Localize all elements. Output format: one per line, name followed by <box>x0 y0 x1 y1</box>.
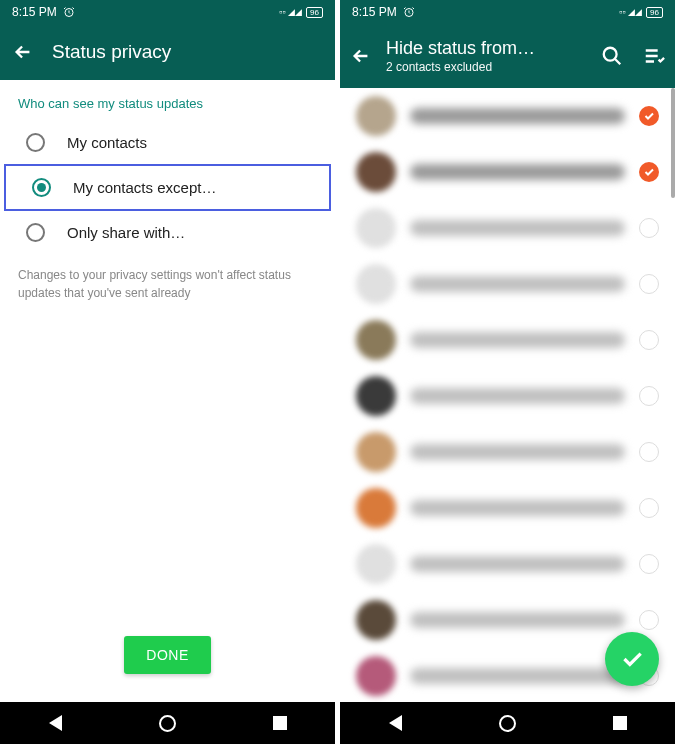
radio-label: My contacts <box>67 134 147 151</box>
checked-icon[interactable] <box>639 106 659 126</box>
unchecked-icon[interactable] <box>639 610 659 630</box>
nav-home-icon[interactable] <box>499 715 516 732</box>
nav-recent-icon[interactable] <box>613 716 627 730</box>
nav-recent-icon[interactable] <box>273 716 287 730</box>
radio-option[interactable]: Only share with… <box>0 211 335 254</box>
search-icon[interactable] <box>601 45 623 67</box>
contact-name <box>410 668 625 684</box>
statusbar-time: 8:15 PM <box>352 5 397 19</box>
radio-option[interactable]: My contacts except… <box>4 164 331 211</box>
scrollbar[interactable] <box>671 88 675 198</box>
unchecked-icon[interactable] <box>639 386 659 406</box>
statusbar: 8:15 PM ▫▫ ◢◢ 96 <box>0 0 335 24</box>
unchecked-icon[interactable] <box>639 442 659 462</box>
avatar <box>356 320 396 360</box>
statusbar-time: 8:15 PM <box>12 5 57 19</box>
contact-row[interactable] <box>340 88 675 144</box>
contact-row[interactable] <box>340 256 675 312</box>
contact-name <box>410 220 625 236</box>
nav-home-icon[interactable] <box>159 715 176 732</box>
contact-list <box>340 88 675 702</box>
section-title: Who can see my status updates <box>0 80 335 121</box>
avatar <box>356 656 396 696</box>
radio-icon <box>32 178 51 197</box>
signal-icon: ▫▫ ◢◢ <box>619 7 642 17</box>
radio-group: My contactsMy contacts except…Only share… <box>0 121 335 254</box>
select-all-icon[interactable] <box>643 45 665 67</box>
back-icon[interactable] <box>350 45 372 67</box>
done-button[interactable]: DONE <box>124 636 210 674</box>
page-title: Hide status from… <box>386 38 587 60</box>
unchecked-icon[interactable] <box>639 218 659 238</box>
radio-icon <box>26 223 45 242</box>
statusbar: 8:15 PM ▫▫ ◢◢ 96 <box>340 0 675 24</box>
battery-icon: 96 <box>646 7 663 18</box>
nav-back-icon[interactable] <box>49 715 62 731</box>
contact-name <box>410 108 625 124</box>
checked-icon[interactable] <box>639 162 659 182</box>
unchecked-icon[interactable] <box>639 498 659 518</box>
contact-name <box>410 332 625 348</box>
avatar <box>356 152 396 192</box>
contact-name <box>410 500 625 516</box>
screen-hide-status: 8:15 PM ▫▫ ◢◢ 96 Hide status from… 2 con… <box>340 0 675 744</box>
radio-label: Only share with… <box>67 224 185 241</box>
avatar <box>356 208 396 248</box>
page-subtitle: 2 contacts excluded <box>386 60 587 74</box>
unchecked-icon[interactable] <box>639 274 659 294</box>
nav-back-icon[interactable] <box>389 715 402 731</box>
unchecked-icon[interactable] <box>639 554 659 574</box>
android-navbar <box>340 702 675 744</box>
page-title: Status privacy <box>52 41 171 63</box>
contact-row[interactable] <box>340 424 675 480</box>
contact-row[interactable] <box>340 480 675 536</box>
contact-name <box>410 556 625 572</box>
header: Status privacy <box>0 24 335 80</box>
contact-row[interactable] <box>340 536 675 592</box>
avatar <box>356 600 396 640</box>
contact-row[interactable] <box>340 144 675 200</box>
android-navbar <box>0 702 335 744</box>
contact-name <box>410 612 625 628</box>
radio-label: My contacts except… <box>73 179 216 196</box>
contact-row[interactable] <box>340 368 675 424</box>
radio-icon <box>26 133 45 152</box>
svg-point-2 <box>604 48 617 61</box>
contact-row[interactable] <box>340 200 675 256</box>
radio-option[interactable]: My contacts <box>0 121 335 164</box>
avatar <box>356 264 396 304</box>
battery-icon: 96 <box>306 7 323 18</box>
avatar <box>356 432 396 472</box>
header: Hide status from… 2 contacts excluded <box>340 24 675 88</box>
contact-row[interactable] <box>340 312 675 368</box>
screen-status-privacy: 8:15 PM ▫▫ ◢◢ 96 Status privacy Who can … <box>0 0 335 744</box>
contact-name <box>410 276 625 292</box>
contact-name <box>410 164 625 180</box>
avatar <box>356 376 396 416</box>
hint-text: Changes to your privacy settings won't a… <box>0 254 335 314</box>
back-icon[interactable] <box>12 41 34 63</box>
confirm-fab[interactable] <box>605 632 659 686</box>
signal-icon: ▫▫ ◢◢ <box>279 7 302 17</box>
contact-name <box>410 444 625 460</box>
contact-name <box>410 388 625 404</box>
avatar <box>356 544 396 584</box>
alarm-icon <box>403 6 415 18</box>
alarm-icon <box>63 6 75 18</box>
avatar <box>356 488 396 528</box>
unchecked-icon[interactable] <box>639 330 659 350</box>
avatar <box>356 96 396 136</box>
